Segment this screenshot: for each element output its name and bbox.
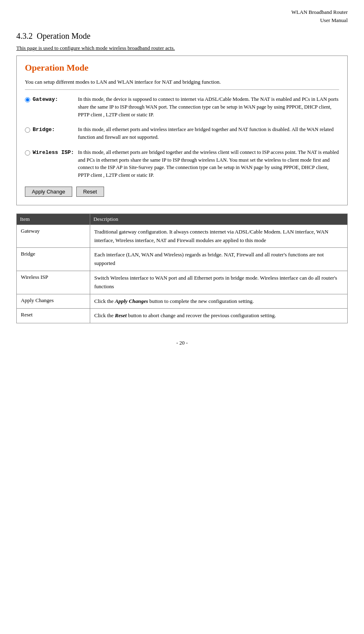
wireless-isp-description: In this mode, all ethernet ports are bri… — [78, 149, 339, 179]
section-title: 4.3.2 Operation Mode — [16, 31, 348, 41]
header-line1: WLAN Broadband Router — [291, 9, 348, 15]
gateway-label[interactable]: Gateway: — [33, 96, 58, 102]
table-row: Bridge Each interface (LAN, WAN and Wire… — [17, 248, 348, 271]
bridge-radio-col: Bridge: — [25, 126, 78, 133]
bridge-description: In this mode, all ethernet ports and wir… — [78, 126, 339, 141]
item-apply-changes: Apply Changes — [17, 294, 90, 309]
col-header-description: Description — [90, 214, 348, 225]
mode-row-bridge: Bridge: In this mode, all ethernet ports… — [25, 126, 339, 141]
apply-change-button[interactable]: Apply Change — [25, 187, 72, 197]
panel-description: You can setup different modes to LAN and… — [25, 79, 339, 90]
wireless-isp-label[interactable]: Wireless ISP: — [33, 149, 74, 156]
item-bridge: Bridge — [17, 248, 90, 271]
col-header-item: Item — [17, 214, 90, 225]
item-reset: Reset — [17, 309, 90, 323]
bridge-label[interactable]: Bridge: — [33, 127, 55, 133]
header-line2: User Manual — [320, 17, 348, 23]
footer-text: - 20 - — [176, 340, 188, 346]
desc-gateway: Traditional gateway configuration. It al… — [90, 225, 348, 248]
gateway-radio-col: Gateway: — [25, 96, 78, 102]
desc-wireless-isp: Switch Wireless interface to WAN port an… — [90, 271, 348, 294]
bridge-radio[interactable] — [25, 127, 30, 133]
button-row: Apply Change Reset — [25, 187, 339, 197]
table-row: Reset Click the Reset button to abort ch… — [17, 309, 348, 323]
table-row: Gateway Traditional gateway configuratio… — [17, 225, 348, 248]
desc-apply-changes: Click the Apply Changes button to comple… — [90, 294, 348, 309]
panel-title: Operation Mode — [25, 62, 339, 73]
desc-bridge: Each interface (LAN, WAN and Wireless) r… — [90, 248, 348, 271]
page-header: WLAN Broadband Router User Manual — [16, 8, 348, 24]
mode-row-gateway: Gateway: In this mode, the device is sup… — [25, 96, 339, 118]
operation-mode-panel: Operation Mode You can setup different m… — [16, 56, 348, 205]
gateway-description: In this mode, the device is supposed to … — [78, 96, 339, 118]
apply-changes-bold: Apply Changes — [115, 298, 148, 304]
reset-button[interactable]: Reset — [76, 187, 104, 197]
intro-text: This page is used to configure which mod… — [16, 45, 348, 51]
gateway-radio[interactable] — [25, 97, 30, 102]
item-wireless-isp: Wireless ISP — [17, 271, 90, 294]
table-row: Wireless ISP Switch Wireless interface t… — [17, 271, 348, 294]
item-gateway: Gateway — [17, 225, 90, 248]
description-table: Item Description Gateway Traditional gat… — [16, 214, 348, 323]
desc-reset: Click the Reset button to abort change a… — [90, 309, 348, 323]
page-footer: - 20 - — [16, 340, 348, 346]
table-row: Apply Changes Click the Apply Changes bu… — [17, 294, 348, 309]
reset-bold: Reset — [115, 312, 127, 318]
mode-row-wireless-isp: Wireless ISP: In this mode, all ethernet… — [25, 149, 339, 179]
wireless-isp-radio[interactable] — [25, 150, 30, 156]
wireless-isp-radio-col: Wireless ISP: — [25, 149, 78, 156]
